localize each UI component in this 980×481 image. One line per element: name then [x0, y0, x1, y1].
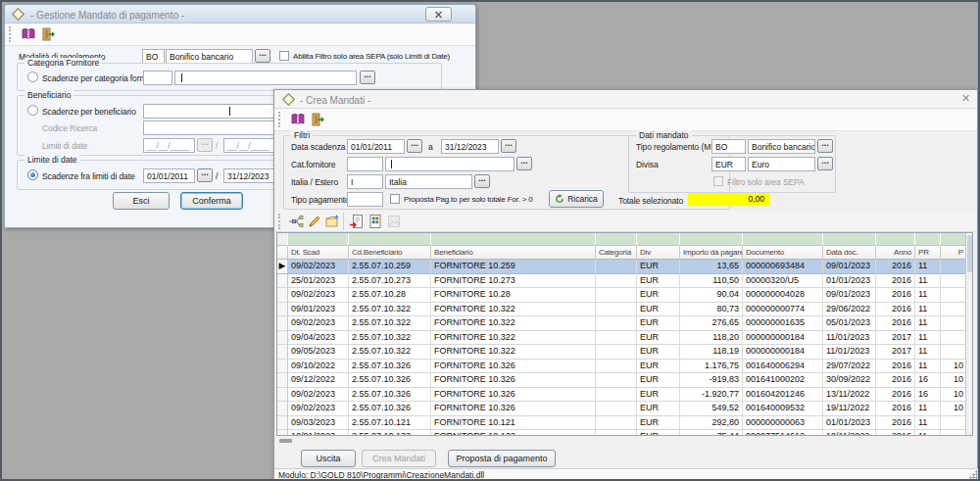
titlebar-crea-mandati[interactable]: - Crea Mandati - ✕	[274, 90, 977, 109]
grid-row[interactable]: 09/02/20232.55.07.10.326FORNITORE 10.326…	[277, 388, 967, 403]
categoria-desc-field[interactable]	[174, 71, 357, 85]
divisa-desc-field[interactable]: Euro	[748, 157, 815, 171]
vertical-scrollbar[interactable]	[965, 233, 972, 435]
limite-date-to-field[interactable]: 31/12/2023	[223, 168, 275, 183]
grid-filter-cell[interactable]	[431, 233, 596, 246]
close-icon[interactable]	[425, 7, 452, 22]
grid-column-header[interactable]: PR	[915, 246, 941, 260]
limite-date-from-picker[interactable]: ...	[197, 168, 213, 182]
grid-row[interactable]: 09/10/20222.55.07.10.326FORNITORE 10.326…	[277, 360, 967, 374]
grid-filter-cell[interactable]	[941, 233, 967, 246]
grid-column-header[interactable]: Categoria	[596, 246, 637, 260]
export-document-icon[interactable]	[349, 214, 365, 229]
grid-column-header[interactable]: Cd.Beneficiario	[349, 246, 431, 260]
divisa-lookup-button[interactable]: ...	[817, 157, 833, 170]
grid-column-header[interactable]: Data doc.	[823, 246, 876, 260]
edit-pencil-icon[interactable]	[307, 214, 322, 229]
grid-column-header[interactable]: Beneficiario	[431, 246, 596, 260]
grid-column-header[interactable]: Documento	[743, 246, 823, 260]
grid-row-partial[interactable]: 10/01/20232.55.07.10.133FORNITORE 10.133…	[277, 430, 967, 436]
modalita-desc-field[interactable]: Bonifico bancario	[166, 49, 253, 64]
grid-row[interactable]: 09/12/20222.55.07.10.326FORNITORE 10.326…	[277, 373, 967, 388]
italia-estero-desc-field[interactable]: Italia	[385, 174, 472, 189]
grid-filter-cell[interactable]	[915, 233, 941, 246]
data-scadenza-a-picker[interactable]: ...	[501, 139, 516, 153]
grid-filter-cell[interactable]	[288, 233, 349, 246]
close-icon[interactable]: ✕	[961, 93, 970, 104]
limiti-date-from-picker[interactable]: ...	[197, 138, 213, 152]
cat-fornitore-code-field[interactable]	[347, 157, 383, 171]
grid-cell: 09/02/2023	[288, 388, 349, 403]
resize-grip[interactable]	[969, 470, 978, 479]
data-scadenza-da-field[interactable]: 01/01/2011	[347, 139, 405, 154]
grid-row[interactable]: 09/01/20232.55.07.10.322FORNITORE 10.322…	[277, 303, 967, 317]
status-bar: Modulo: D:\GOLD 810\Programmi\CreazioneM…	[274, 468, 979, 480]
conferma-button[interactable]: Conferma	[180, 192, 243, 210]
esci-button[interactable]: Esci	[113, 192, 170, 210]
horizontal-scrollbar[interactable]	[279, 439, 292, 443]
grid-row[interactable]: 09/04/20232.55.07.10.322FORNITORE 10.322…	[277, 331, 967, 346]
modalita-lookup-button[interactable]: ...	[255, 49, 270, 63]
proposta-pagamento-button[interactable]: Proposta di pagamento	[448, 450, 556, 467]
grid-row[interactable]: 09/05/20232.55.07.10.322FORNITORE 10.322…	[277, 345, 967, 360]
grid-filter-cell[interactable]	[680, 233, 743, 246]
crea-mandati-button[interactable]: Crea Mandati	[362, 450, 436, 467]
sepa-filter-checkbox[interactable]	[279, 51, 289, 61]
grid-row[interactable]: 09/03/20232.55.07.10.121FORNITORE 10.121…	[277, 416, 967, 431]
grid-filter-cell[interactable]	[823, 233, 876, 246]
radio-scadenze-categoria[interactable]	[27, 72, 38, 82]
grid-filter-cell[interactable]	[743, 233, 823, 246]
tree-view-icon[interactable]	[288, 214, 304, 229]
grid-row[interactable]: ▶09/02/20232.55.07.10.259FORNITORE 10.25…	[277, 260, 967, 274]
cat-fornitore-desc-field[interactable]	[385, 157, 514, 171]
uscita-button[interactable]: Uscita	[301, 450, 356, 467]
limiti-date-from-field[interactable]: __/__/____	[143, 138, 195, 153]
grid-row[interactable]: 09/02/20232.55.07.10.28FORNITORE 10.28EU…	[277, 288, 967, 303]
exit-door-icon[interactable]	[310, 112, 325, 127]
grid-column-header[interactable]: P	[941, 246, 967, 260]
grid-filter-cell[interactable]	[596, 233, 637, 246]
grid-column-header[interactable]: Importo da pagare	[680, 246, 743, 260]
italia-estero-lookup-button[interactable]: ...	[474, 174, 490, 188]
grid-row[interactable]: 09/02/20232.55.07.10.322FORNITORE 10.322…	[277, 316, 967, 331]
book-icon[interactable]	[290, 112, 306, 127]
grid-filter-selector-cell[interactable]	[277, 233, 288, 246]
categoria-lookup-button[interactable]: ...	[360, 71, 375, 84]
scrollbar-thumb[interactable]	[967, 235, 972, 272]
tipo-pagamento-field[interactable]	[347, 192, 383, 207]
ricarica-button[interactable]: Ricarica	[549, 190, 604, 208]
grid-cell: EUR	[637, 416, 680, 431]
limiti-date-to-field[interactable]: __/__/____	[223, 138, 275, 153]
radio-scadenze-limiti[interactable]	[27, 169, 38, 180]
grid-row[interactable]: 25/01/20232.55.07.10.273FORNITORE 10.273…	[277, 274, 967, 289]
sepa-area-checkbox[interactable]	[713, 176, 723, 186]
exit-door-icon[interactable]	[40, 26, 56, 42]
limite-date-from-field[interactable]: 01/01/2011	[143, 168, 195, 183]
italia-estero-code-field[interactable]: I	[347, 174, 383, 189]
grid-cell: 01/01/2023	[823, 416, 876, 431]
divisa-code-field[interactable]: EUR	[711, 157, 746, 171]
grid-filter-cell[interactable]	[349, 233, 431, 246]
grid-column-header[interactable]: Div	[637, 246, 680, 260]
grid-row[interactable]: 09/02/20232.55.07.10.326FORNITORE 10.326…	[277, 402, 967, 416]
tipo-regolamento-lookup-button[interactable]: ...	[817, 139, 833, 153]
tipo-regolamento-desc-field[interactable]: Bonifico bancario	[748, 139, 815, 154]
cat-fornitore-lookup-button[interactable]: ...	[516, 157, 532, 170]
categoria-code-field[interactable]	[143, 71, 172, 85]
proposta-checkbox[interactable]	[390, 194, 400, 204]
book-icon[interactable]	[21, 26, 36, 42]
radio-scadenze-beneficiario[interactable]	[27, 105, 38, 116]
titlebar-gestione[interactable]: - Gestione Mandato di pagamento -	[5, 5, 475, 24]
grid-column-header[interactable]: Anno	[876, 246, 915, 260]
grid-header-selector-cell[interactable]	[277, 246, 288, 260]
grid-cell: 000000693484	[743, 260, 823, 274]
tipo-regolamento-code-field[interactable]: BO	[711, 139, 746, 154]
properties-folder-icon[interactable]	[324, 214, 340, 229]
export-excel-icon[interactable]	[368, 214, 383, 229]
grid-filter-cell[interactable]	[876, 233, 915, 246]
data-scadenza-a-field[interactable]: 31/12/2023	[441, 139, 499, 154]
modalita-code-field[interactable]: BO	[142, 49, 165, 64]
data-scadenza-da-picker[interactable]: ...	[407, 139, 422, 153]
grid-column-header[interactable]: Dt. Scad	[288, 246, 349, 260]
grid-filter-cell[interactable]	[637, 233, 680, 246]
